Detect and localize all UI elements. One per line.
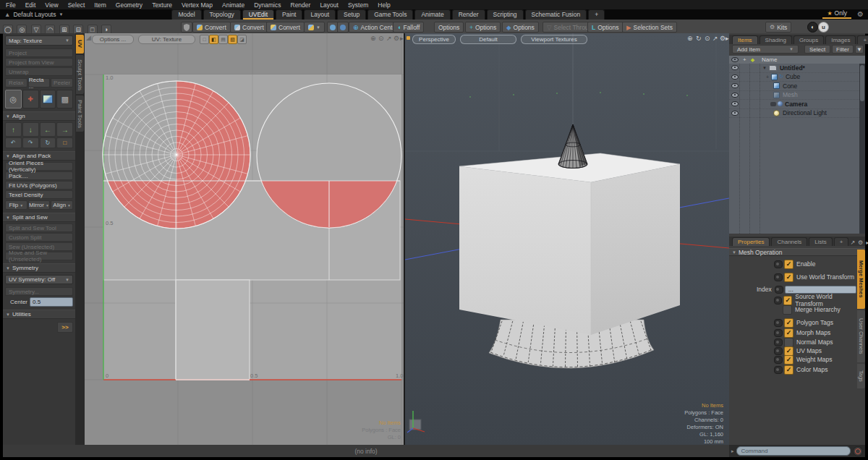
tab-lists[interactable]: Lists <box>809 237 832 246</box>
viewport-menu-icon[interactable]: ▸ <box>726 35 729 42</box>
menu-dynamics[interactable]: Dynamics <box>254 1 281 9</box>
tab-properties[interactable]: Properties <box>732 237 770 246</box>
tab-uv[interactable]: UV <box>76 35 84 54</box>
macro-record-icon[interactable] <box>853 446 863 456</box>
select-button[interactable]: Select <box>804 45 830 54</box>
menu-texture[interactable]: Texture <box>152 1 172 9</box>
symmetry-button[interactable]: Symmetry... <box>5 287 73 296</box>
tab-uvedit[interactable]: UVEdit <box>242 9 274 20</box>
eye-icon[interactable] <box>731 93 739 98</box>
custom-split-button[interactable]: Custom Split <box>5 233 73 242</box>
item-row-scene[interactable]: ▼ Untitled* <box>729 64 859 73</box>
options-button-4[interactable]: L Options <box>587 22 624 33</box>
uv-toggle-wire-icon[interactable]: ▤ <box>218 35 228 44</box>
align-down-button[interactable]: ↓ <box>22 122 39 137</box>
gear-icon[interactable]: ⚙ <box>858 239 863 246</box>
channel-toggle-icon[interactable] <box>774 319 783 327</box>
morph-maps-checkbox[interactable] <box>784 328 793 338</box>
convert-button-2[interactable]: Convert <box>230 22 268 33</box>
selection-sets-button[interactable]: ▶ Selection Sets <box>622 22 677 33</box>
expand-panel-button[interactable]: >> <box>57 322 73 333</box>
tab-render[interactable]: Render <box>452 9 485 20</box>
filter-button[interactable]: Filter <box>832 45 854 54</box>
expand-plus-icon[interactable]: + <box>766 74 769 80</box>
project-from-view-button[interactable]: Project from View <box>5 58 73 67</box>
modo-logo-icon[interactable]: u <box>818 22 829 33</box>
gear-icon[interactable]: ⚙ <box>720 35 726 42</box>
tab-shading[interactable]: Shading <box>760 35 792 44</box>
item-list-scrollbar[interactable] <box>859 64 865 234</box>
channel-toggle-icon[interactable] <box>774 356 783 364</box>
channel-toggle-icon[interactable] <box>774 329 783 337</box>
tab-items[interactable]: Items <box>732 35 758 44</box>
align-up-button[interactable]: ↑ <box>5 122 22 137</box>
gear-icon[interactable]: ⚙ <box>393 35 399 42</box>
tab-game-tools[interactable]: Game Tools <box>367 9 413 20</box>
tab-paint-tools[interactable]: Paint Tools <box>76 95 84 132</box>
utilities-section-header[interactable]: ▼ Utilities <box>3 310 75 319</box>
index-field[interactable]: ... <box>785 286 856 294</box>
use-world-transform-checkbox[interactable] <box>784 273 793 282</box>
tab-scripting[interactable]: Scripting <box>487 9 524 20</box>
menu-edit[interactable]: Edit <box>25 1 36 9</box>
menu-layout[interactable]: Layout <box>320 1 339 9</box>
rotate-ccw-button[interactable]: ↶ <box>5 137 22 148</box>
menu-file[interactable]: File <box>6 1 16 9</box>
pan-icon[interactable]: ⊕ <box>687 35 693 42</box>
merge-hierarchy-checkbox[interactable] <box>783 305 792 315</box>
weight-maps-checkbox[interactable] <box>784 355 793 365</box>
menu-select[interactable]: Select <box>68 1 85 9</box>
add-tab-button[interactable]: + <box>857 35 868 44</box>
maximize-icon[interactable]: ↗ <box>850 239 855 246</box>
flip-dropdown[interactable]: Flip▼ <box>5 200 27 210</box>
uv-options-button[interactable]: Options ... <box>92 35 134 44</box>
uv-maps-checkbox[interactable] <box>784 346 793 356</box>
shield-icon[interactable] <box>181 22 192 33</box>
menu-help[interactable]: Help <box>378 1 390 9</box>
orbit-icon[interactable]: ↻ <box>696 35 702 42</box>
tab-animate[interactable]: Animate <box>414 9 450 20</box>
command-input[interactable] <box>736 446 851 456</box>
tab-tags[interactable]: Tags <box>857 364 865 388</box>
foundry-badge-icon[interactable]: ◐ <box>807 22 818 33</box>
color-maps-checkbox[interactable] <box>784 365 793 375</box>
perspective-3d-viewport[interactable]: No Items Polygons : Face Channels: 0 Def… <box>405 33 729 445</box>
eye-icon[interactable] <box>731 111 739 116</box>
menu-item[interactable]: Item <box>94 1 106 9</box>
uv-toggle-pen-icon[interactable]: ◪ <box>237 35 247 44</box>
view-type-button[interactable]: Perspective <box>412 35 456 44</box>
item-row-cube[interactable]: + ↻ Cube <box>729 73 859 82</box>
options-button-3[interactable]: ◆ Options <box>502 22 539 33</box>
channel-toggle-icon[interactable] <box>774 366 783 374</box>
symmetry-section-header[interactable]: ▼ Symmetry <box>3 263 75 273</box>
layout-switcher[interactable]: ▲ Default Layouts ▼ <box>4 11 63 18</box>
menu-view[interactable]: View <box>45 1 58 9</box>
relax-button[interactable]: Relax <box>5 78 27 88</box>
menu-geometry[interactable]: Geometry <box>116 1 142 9</box>
uv-toggle-grid-icon[interactable]: □ <box>200 35 209 44</box>
tab-topology[interactable]: Topology <box>203 9 241 20</box>
add-tab-button[interactable]: + <box>834 237 849 246</box>
tab-user-channels[interactable]: User Channels <box>857 310 865 362</box>
tab-images[interactable]: Images <box>825 35 856 44</box>
zoom-icon[interactable]: ⊙ <box>378 35 384 42</box>
channel-toggle-icon[interactable] <box>774 297 782 304</box>
center-value-field[interactable] <box>30 297 73 307</box>
align-section-header[interactable]: ▼ Align <box>3 111 75 121</box>
zoom-icon[interactable]: ⊙ <box>705 35 710 42</box>
mirror-dropdown[interactable]: Mirror▼ <box>28 200 51 210</box>
uv-transform-tool[interactable]: ◎ <box>5 90 22 108</box>
rotate-180-button[interactable]: ↻ <box>40 137 56 148</box>
maximize-icon[interactable]: ↗ <box>712 35 718 42</box>
only-toggle[interactable]: ★ Only <box>822 9 851 19</box>
channel-toggle-icon[interactable] <box>775 286 783 294</box>
box-transform-tool[interactable] <box>40 90 56 108</box>
convert-mode-dropdown[interactable]: ▼ <box>304 22 325 33</box>
tab-channels[interactable]: Channels <box>771 237 807 246</box>
gear-icon[interactable]: ⚙ <box>857 10 864 18</box>
expand-triangle-icon[interactable]: ▼ <box>762 66 767 70</box>
uv-map-selector[interactable]: Map: Texture ▼ <box>5 35 73 46</box>
options-button-2[interactable]: + Options <box>465 22 501 33</box>
align-dropdown[interactable]: Align▼ <box>51 200 73 210</box>
erase-tool-icon[interactable] <box>337 22 349 33</box>
